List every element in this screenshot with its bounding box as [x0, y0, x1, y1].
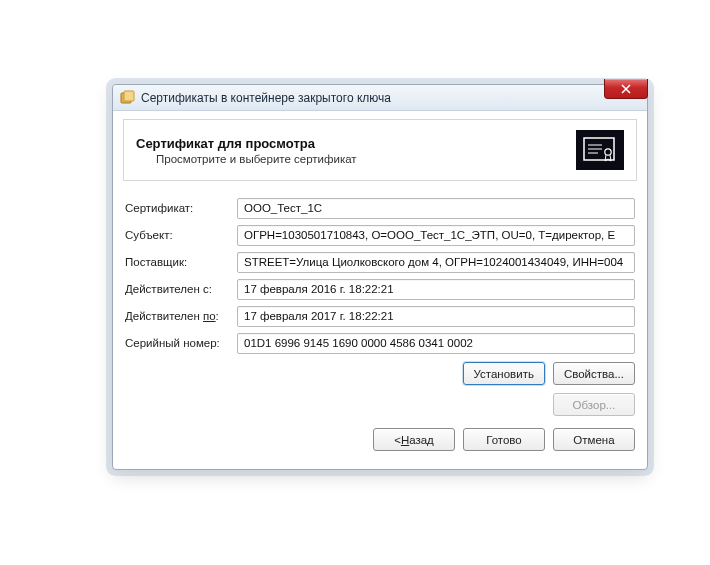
header-panel: Сертификат для просмотра Просмотрите и в…: [123, 119, 637, 181]
dialog-window: Сертификаты в контейнере закрытого ключа…: [112, 84, 648, 470]
value-valid-from[interactable]: 17 февраля 2016 г. 18:22:21: [237, 279, 635, 300]
header-text: Сертификат для просмотра Просмотрите и в…: [136, 136, 357, 165]
label-valid-to: Действителен по:: [125, 310, 237, 322]
value-certificate[interactable]: ООО_Тест_1С: [237, 198, 635, 219]
field-certificate: Сертификат: ООО_Тест_1С: [125, 197, 635, 219]
value-valid-to[interactable]: 17 февраля 2017 г. 18:22:21: [237, 306, 635, 327]
field-serial: Серийный номер: 01D1 6996 9145 1690 0000…: [125, 332, 635, 354]
browse-row: Обзор...: [125, 393, 635, 416]
titlebar: Сертификаты в контейнере закрытого ключа: [113, 85, 647, 111]
cancel-button[interactable]: Отмена: [553, 428, 635, 451]
field-valid-from: Действителен с: 17 февраля 2016 г. 18:22…: [125, 278, 635, 300]
back-button[interactable]: < Назад: [373, 428, 455, 451]
label-subject: Субъект:: [125, 229, 237, 241]
field-valid-to: Действителен по: 17 февраля 2017 г. 18:2…: [125, 305, 635, 327]
finish-button[interactable]: Готово: [463, 428, 545, 451]
header-title: Сертификат для просмотра: [136, 136, 357, 151]
field-provider: Поставщик: STREET=Улица Циолковского дом…: [125, 251, 635, 273]
browse-button: Обзор...: [553, 393, 635, 416]
certificate-icon: [576, 130, 624, 170]
app-icon: [119, 90, 135, 106]
dialog-body: Сертификат для просмотра Просмотрите и в…: [113, 111, 647, 428]
mid-actions: Установить Свойства...: [125, 362, 635, 385]
close-button[interactable]: [604, 79, 648, 99]
bottom-actions: < Назад Готово Отмена: [361, 418, 647, 461]
window-title: Сертификаты в контейнере закрытого ключа: [141, 91, 641, 105]
value-provider[interactable]: STREET=Улица Циолковского дом 4, ОГРН=10…: [237, 252, 635, 273]
label-valid-from: Действителен с:: [125, 283, 237, 295]
header-subtitle: Просмотрите и выберите сертификат: [136, 153, 357, 165]
field-subject: Субъект: ОГРН=1030501710843, О=ООО_Тест_…: [125, 224, 635, 246]
value-serial[interactable]: 01D1 6996 9145 1690 0000 4586 0341 0002: [237, 333, 635, 354]
value-subject[interactable]: ОГРН=1030501710843, О=ООО_Тест_1С_ЭТП, O…: [237, 225, 635, 246]
label-serial: Серийный номер:: [125, 337, 237, 349]
label-provider: Поставщик:: [125, 256, 237, 268]
install-button[interactable]: Установить: [463, 362, 545, 385]
svg-rect-1: [124, 91, 134, 101]
svg-point-6: [605, 149, 611, 155]
properties-button[interactable]: Свойства...: [553, 362, 635, 385]
close-icon: [621, 84, 631, 94]
label-certificate: Сертификат:: [125, 202, 237, 214]
fields-group: Сертификат: ООО_Тест_1С Субъект: ОГРН=10…: [123, 193, 637, 418]
